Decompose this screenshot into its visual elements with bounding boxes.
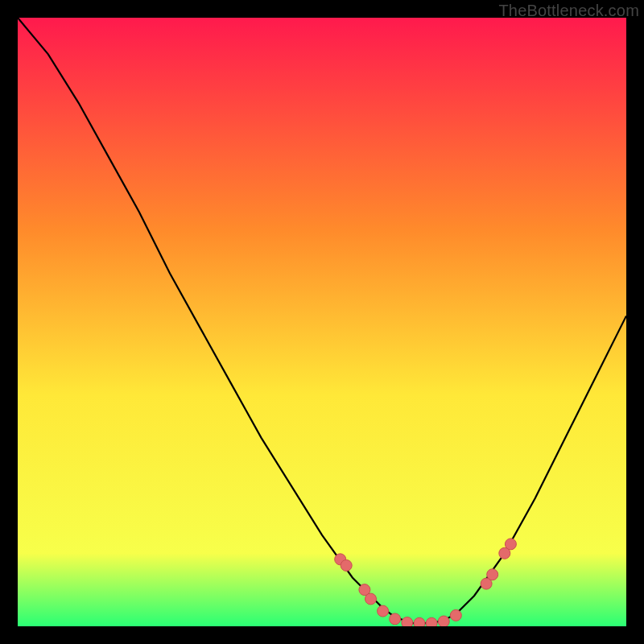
data-marker: [487, 569, 498, 580]
data-marker: [438, 616, 449, 626]
data-marker: [378, 605, 389, 617]
data-marker: [402, 617, 413, 627]
data-marker: [426, 617, 437, 626]
watermark-text: TheBottleneck.com: [498, 2, 639, 20]
data-marker: [341, 559, 352, 571]
data-marker: [365, 593, 377, 605]
data-marker: [414, 617, 425, 626]
bottleneck-chart: [18, 18, 626, 626]
data-marker: [450, 609, 461, 621]
data-marker: [505, 539, 516, 550]
data-marker: [390, 613, 401, 625]
chart-frame: [18, 18, 626, 626]
